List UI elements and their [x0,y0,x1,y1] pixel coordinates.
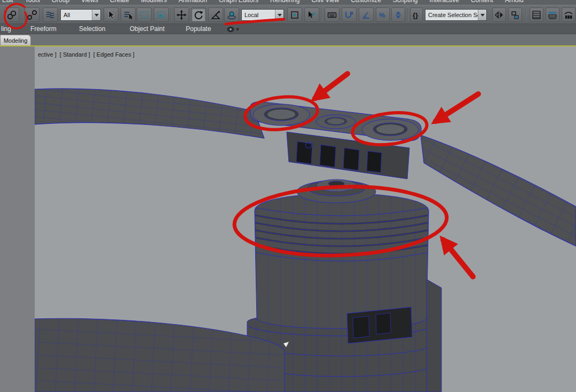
select-and-move-button[interactable] [174,7,189,22]
keyboard-override-icon [327,10,337,20]
named-sets-icon: {} [411,10,422,20]
viewport-shading-label[interactable]: [ Standard ] [60,51,90,58]
menu-views[interactable]: Views [81,0,98,1]
menu-create[interactable]: Create [110,0,129,1]
viewport-3d-scene[interactable] [35,46,576,392]
snap-toggle-3d-button[interactable]: 3 [342,7,357,22]
menu-rendering[interactable]: Rendering [270,0,299,1]
menu-interactive[interactable]: Interactive [430,0,459,1]
ribbon-tab-modeling-clipped[interactable]: ling [1,25,11,33]
svg-text:{}: {} [413,11,418,19]
select-and-place-button[interactable] [224,7,239,22]
svg-text:3: 3 [351,11,353,15]
select-by-name-button[interactable] [121,7,136,22]
layer-explorer-button[interactable] [546,7,559,22]
ribbon-tab-freeform[interactable]: Freeform [30,25,57,33]
rect-selection-icon [139,10,149,20]
ribbon-config-icon [226,26,240,33]
tab-modeling[interactable]: Modeling [0,35,31,45]
percent-snap-icon: % [377,10,388,20]
select-and-rotate-button[interactable] [191,7,206,22]
unlink-selection-icon [27,10,37,20]
spinner-snap-button[interactable] [391,7,405,22]
select-and-manipulate-button[interactable] [304,7,319,22]
snap-3d-icon: 3 [344,10,354,20]
perspective-viewport[interactable]: ective ] [ Standard ] [ Edged Faces ] [35,46,576,392]
3dsmax-window: Edit Tools Group Views Create Modifiers … [0,0,576,392]
left-panel-strip [0,46,35,392]
select-and-link-button[interactable] [4,7,19,22]
menu-animation[interactable]: Animation [179,0,207,1]
edit-named-sets-button[interactable]: {} [410,7,423,22]
scene-explorer-icon [531,10,542,20]
ribbon-toggle-icon [563,10,574,20]
coord-system-arrow[interactable] [275,10,283,20]
mirror-icon [494,10,504,20]
ribbon-config-button[interactable] [226,25,242,33]
select-place-icon [226,10,237,20]
dropdown-arrow-icon [94,14,99,17]
toolbar-separator [171,8,172,21]
angle-snap-icon [361,10,372,20]
window-crossing-button[interactable] [154,7,169,22]
select-and-link-icon [6,10,17,20]
spinner-snap-icon [393,10,404,20]
ribbon-toggle-button[interactable] [562,7,575,22]
keyboard-override-button[interactable] [325,7,340,22]
ribbon-tab-object-paint[interactable]: Object Paint [130,25,164,33]
ribbon-tab-bar: ling Freeform Selection Object Paint Pop… [0,24,576,34]
ribbon-tab-populate[interactable]: Populate [186,25,211,33]
toolbar-separator [321,8,322,21]
unlink-selection-button[interactable] [25,7,40,22]
angle-snap-button[interactable] [359,7,374,22]
select-rotate-icon [193,10,204,20]
mirror-button[interactable] [492,7,506,22]
percent-snap-button[interactable]: % [376,7,390,22]
menu-group[interactable]: Group [52,0,69,1]
rectangular-selection-button[interactable] [137,7,152,22]
select-object-icon [106,10,116,20]
bind-spacewarp-icon [45,10,56,20]
svg-text:%: % [379,11,385,19]
window-crossing-icon [156,10,167,20]
toolbar-separator [525,8,526,21]
menu-civil-view[interactable]: Civil View [311,0,339,1]
bind-to-spacewarp-button[interactable] [43,7,58,22]
align-button[interactable] [508,7,522,22]
menu-graph-editors[interactable]: Graph Editors [219,0,258,1]
ribbon-minimized-row: Modeling [0,34,576,45]
menu-bar: Edit Tools Group Views Create Modifiers … [0,0,576,5]
ribbon-tab-selection[interactable]: Selection [79,25,105,33]
menu-scripting[interactable]: Scripting [393,0,418,1]
main-toolbar: All [0,5,576,24]
selection-filter-value: All [61,10,92,20]
selection-filter-dropdown[interactable]: All [60,9,101,21]
use-pivot-center-button[interactable] [287,7,302,22]
select-manipulate-icon [306,10,317,20]
named-selection-arrow[interactable] [478,10,486,20]
select-move-icon [176,10,187,20]
menu-modifiers[interactable]: Modifiers [141,0,167,1]
select-and-scale-button[interactable] [208,7,223,22]
viewport-label: ective ] [ Standard ] [ Edged Faces ] [38,51,135,58]
selection-filter-arrow[interactable] [92,10,100,20]
coord-system-value: Local [242,10,275,20]
toolbar-separator [407,8,408,21]
viewport-style-label[interactable]: [ Edged Faces ] [93,51,135,58]
viewport-pov-label[interactable]: ective ] [38,51,57,58]
use-pivot-icon [289,10,300,20]
scene-explorer-button[interactable] [530,7,543,22]
coord-system-dropdown[interactable]: Local [241,9,284,21]
menu-customize[interactable]: Customize [351,0,381,1]
menu-edit[interactable]: Edit [2,0,13,1]
select-scale-icon [210,10,221,20]
named-selection-value: Create Selection Se [425,10,478,20]
align-icon [510,10,520,20]
named-selection-dropdown[interactable]: Create Selection Se [425,9,487,21]
dropdown-arrow-icon [480,14,485,17]
select-object-button[interactable] [104,7,119,22]
dropdown-arrow-icon [278,14,282,17]
menu-arnold[interactable]: Arnold [505,0,524,1]
menu-content[interactable]: Content [471,0,493,1]
menu-tools[interactable]: Tools [25,0,40,1]
